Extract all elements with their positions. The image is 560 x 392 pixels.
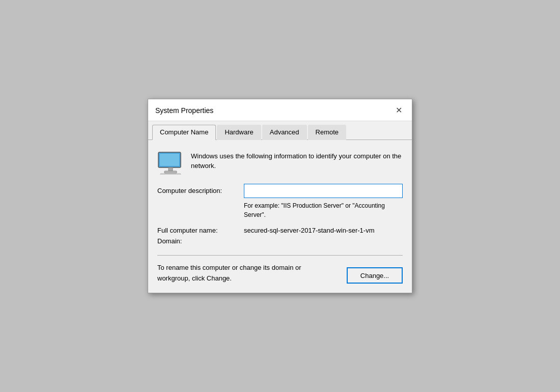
tab-advanced[interactable]: Advanced bbox=[262, 125, 307, 140]
computer-description-label: Computer description: bbox=[157, 187, 244, 194]
full-computer-name-label: Full computer name: bbox=[157, 227, 244, 234]
divider bbox=[157, 255, 403, 256]
change-button[interactable]: Change... bbox=[347, 267, 403, 284]
bottom-description: To rename this computer or change its do… bbox=[157, 263, 330, 284]
tab-content: Windows uses the following information t… bbox=[148, 140, 412, 293]
info-description: Windows uses the following information t… bbox=[191, 149, 403, 171]
dialog-title: System Properties bbox=[155, 106, 213, 115]
monitor-icon bbox=[157, 151, 184, 175]
tab-hardware[interactable]: Hardware bbox=[217, 125, 261, 140]
info-row: Windows uses the following information t… bbox=[157, 149, 403, 175]
tab-bar: Computer Name Hardware Advanced Remote bbox=[148, 121, 412, 140]
tab-computer-name[interactable]: Computer Name bbox=[152, 125, 216, 140]
computer-description-input[interactable] bbox=[244, 184, 403, 198]
bottom-section: To rename this computer or change its do… bbox=[157, 263, 403, 284]
svg-rect-1 bbox=[160, 154, 179, 166]
computer-description-section: Computer description: For example: "IIS … bbox=[157, 184, 403, 219]
close-icon: ✕ bbox=[396, 105, 402, 115]
computer-description-row: Computer description: bbox=[157, 184, 403, 198]
svg-rect-3 bbox=[164, 171, 177, 173]
system-properties-dialog: System Properties ✕ Computer Name Hardwa… bbox=[148, 99, 412, 294]
domain-label: Domain: bbox=[157, 237, 182, 245]
full-computer-name-value: secured-sql-server-2017-stand-win-ser-1-… bbox=[244, 227, 374, 234]
svg-rect-4 bbox=[160, 174, 181, 175]
full-computer-name-row: Full computer name: secured-sql-server-2… bbox=[157, 227, 403, 234]
tab-remote[interactable]: Remote bbox=[308, 125, 347, 140]
close-button[interactable]: ✕ bbox=[393, 104, 405, 117]
svg-rect-2 bbox=[169, 167, 173, 171]
hint-text: For example: "IIS Production Server" or … bbox=[244, 201, 403, 219]
title-bar: System Properties ✕ bbox=[148, 99, 412, 121]
domain-row: Domain: bbox=[157, 237, 403, 245]
